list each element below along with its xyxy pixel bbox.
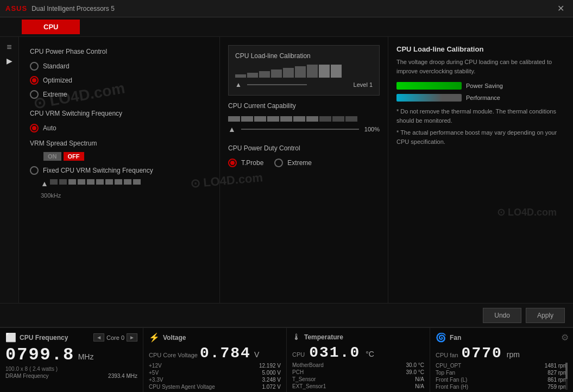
fan-row-top: Top Fan 827 rpm bbox=[436, 370, 568, 376]
slider-blocks: ▲ bbox=[41, 179, 209, 188]
llcb7 bbox=[307, 65, 318, 78]
mb-temp-label: MotherBoard bbox=[292, 362, 324, 368]
voltage-unit: V bbox=[254, 350, 259, 359]
cap-slider-arrow[interactable]: ▲ bbox=[228, 125, 236, 134]
cpu-freq-big-value: 0799.8 bbox=[5, 345, 74, 365]
radio-tprobe[interactable]: T.Probe bbox=[228, 159, 263, 167]
asus-logo: ASUS bbox=[5, 4, 27, 12]
apply-button[interactable]: Apply bbox=[526, 308, 565, 323]
temp-row-tsensor: T_Sensor N/A bbox=[292, 376, 424, 382]
sb3 bbox=[68, 179, 76, 185]
fan-header: 🌀 Fan bbox=[436, 332, 568, 343]
watermark3: ⊙ LO4D.com bbox=[497, 206, 557, 218]
mb-temp-value: 30.0 °C bbox=[406, 362, 424, 368]
cpu-freq-next[interactable]: ► bbox=[127, 333, 137, 342]
front-fan-l-value: 861 rpm bbox=[547, 377, 568, 383]
status-panel-fan: 🌀 Fan ⚙ CPU fan 0770 rpm CPU_OPT 1481 rp… bbox=[430, 328, 573, 392]
sa-value: 1.072 V bbox=[262, 384, 281, 390]
fan-row-front-l: Front Fan (L) 861 rpm bbox=[436, 377, 568, 383]
legend-label-performance: Performance bbox=[466, 94, 500, 101]
cpu-fan-label: CPU fan bbox=[436, 352, 458, 358]
toggle-off-button[interactable]: OFF bbox=[64, 152, 84, 161]
tsensor-value: N/A bbox=[415, 376, 424, 382]
top-fan-label: Top Fan bbox=[436, 370, 455, 376]
csb6 bbox=[293, 116, 305, 122]
content-area: CPU Power Phase Control Standard Optimiz… bbox=[19, 37, 573, 303]
radio-optimized[interactable]: Optimized bbox=[30, 76, 209, 85]
slider-arrow-left[interactable]: ▲ bbox=[41, 179, 48, 188]
cpu-opt-label: CPU_OPT bbox=[436, 363, 461, 369]
button-bar: Undo Apply bbox=[0, 303, 573, 327]
sb10 bbox=[133, 179, 141, 185]
fan-row-front-h: Front Fan (H) 759 rpm bbox=[436, 384, 568, 390]
llc-blocks bbox=[235, 64, 373, 78]
temp-icon: 🌡 bbox=[292, 332, 301, 342]
v12-value: 12.192 V bbox=[259, 363, 281, 369]
vrm-title: CPU VRM Switching Frequency bbox=[30, 110, 209, 117]
radio-label-fixed-vrm: Fixed CPU VRM Switching Frequency bbox=[43, 167, 153, 174]
temp-big-row: CPU 031.0 °C bbox=[292, 344, 424, 361]
csb4 bbox=[267, 116, 279, 122]
llc-indicator: ▲ Level 1 bbox=[235, 81, 373, 88]
undo-button[interactable]: Undo bbox=[483, 308, 521, 323]
v5-value: 5.000 V bbox=[262, 370, 281, 376]
cap-title: CPU Current Capability bbox=[228, 102, 380, 110]
sb4 bbox=[78, 179, 85, 185]
app-title: Dual Intelligent Processors 5 bbox=[32, 5, 115, 12]
voltage-rows: +12V 12.192 V +5V 5.000 V +3.3V 3.248 V … bbox=[149, 363, 281, 390]
radio-circle-auto bbox=[30, 124, 39, 132]
radio-pdc-extreme[interactable]: Extreme bbox=[274, 159, 312, 167]
fan-gear-icon[interactable]: ⚙ bbox=[561, 332, 569, 343]
sb6 bbox=[96, 179, 104, 185]
llcb8 bbox=[319, 65, 330, 78]
temp-row-mb: MotherBoard 30.0 °C bbox=[292, 362, 424, 368]
radio-label-auto: Auto bbox=[43, 124, 56, 132]
sidebar-expand-arrow[interactable]: ▶ bbox=[7, 56, 12, 65]
legend-power-saving: Power Saving bbox=[396, 82, 565, 90]
cpu-freq-prev[interactable]: ◄ bbox=[93, 333, 104, 342]
close-button[interactable]: ✕ bbox=[554, 2, 568, 15]
radio-circle-pdc-extreme bbox=[274, 159, 283, 167]
v12-label: +12V bbox=[149, 363, 162, 369]
vrm-spread-label: VRM Spread Spectrum bbox=[30, 140, 97, 147]
llc-slider-arrow[interactable]: ▲ bbox=[235, 81, 242, 88]
pdc-radio-row: T.Probe Extreme bbox=[228, 159, 380, 167]
tab-cpu[interactable]: CPU bbox=[22, 20, 80, 34]
temp-header: 🌡 Temperature bbox=[292, 332, 424, 342]
cap-track bbox=[241, 129, 359, 130]
sb9 bbox=[124, 179, 131, 185]
vrm-section: CPU VRM Switching Frequency Auto VRM Spr… bbox=[30, 110, 209, 200]
radio-circle-optimized bbox=[30, 76, 39, 85]
voltage-row-5v: +5V 5.000 V bbox=[149, 370, 281, 376]
dram-freq-value: 2393.4 MHz bbox=[108, 373, 137, 379]
radio-label-standard: Standard bbox=[43, 62, 70, 70]
temp-unit: °C bbox=[366, 350, 374, 358]
toggle-on-button[interactable]: ON bbox=[43, 152, 61, 161]
ext-sensor-value: N/A bbox=[415, 383, 424, 389]
cpu-temp-label: CPU bbox=[292, 351, 305, 358]
toggle-container: ON OFF bbox=[43, 152, 209, 161]
radio-extreme[interactable]: Extreme bbox=[30, 90, 209, 99]
llcb6 bbox=[295, 66, 306, 78]
title-bar-left: ASUS Dual Intelligent Processors 5 bbox=[5, 4, 115, 12]
voltage-icon: ⚡ bbox=[149, 332, 160, 343]
fan-unit: rpm bbox=[507, 350, 520, 359]
radio-standard[interactable]: Standard bbox=[30, 62, 209, 71]
llcb1 bbox=[235, 74, 246, 78]
voltage-title: Voltage bbox=[163, 334, 186, 342]
pch-temp-label: PCH bbox=[292, 369, 304, 375]
fixed-vrm-slider-area: ▲ 300kHz bbox=[30, 179, 209, 200]
radio-label-tprobe: T.Probe bbox=[241, 159, 263, 167]
pch-temp-value: 39.0 °C bbox=[406, 369, 424, 375]
status-bar: ⬜ CPU Frequency ◄ Core 0 ► 0799.8 MHz 10… bbox=[0, 327, 573, 392]
status-panel-cpu: ⬜ CPU Frequency ◄ Core 0 ► 0799.8 MHz 10… bbox=[0, 328, 143, 392]
radio-fixed-vrm[interactable]: Fixed CPU VRM Switching Frequency bbox=[30, 166, 209, 175]
pdc-section: CPU Power Duty Control T.Probe Extreme bbox=[228, 144, 380, 167]
tsensor-label: T_Sensor bbox=[292, 376, 316, 382]
legend-performance: Performance bbox=[396, 94, 565, 102]
left-panel: CPU Power Phase Control Standard Optimiz… bbox=[19, 37, 220, 303]
radio-circle-extreme bbox=[30, 90, 39, 99]
fan-scrollbar[interactable] bbox=[565, 363, 568, 390]
radio-auto[interactable]: Auto bbox=[30, 124, 209, 132]
voltage-row-12v: +12V 12.192 V bbox=[149, 363, 281, 369]
